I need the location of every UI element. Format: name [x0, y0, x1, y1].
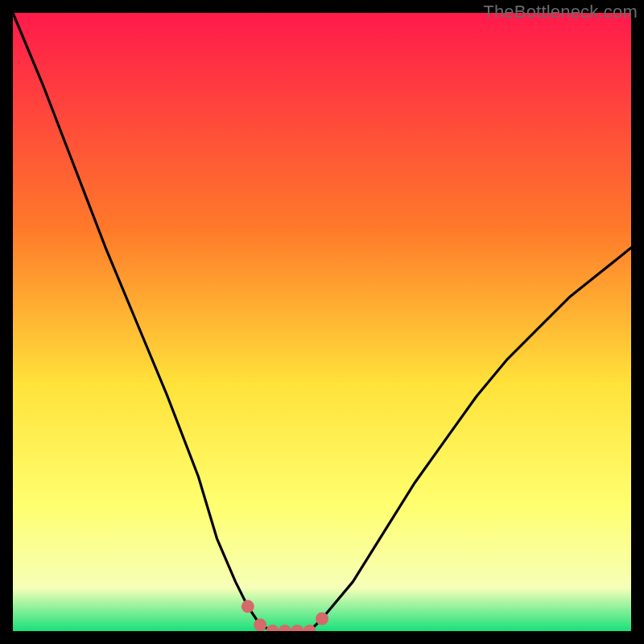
watermark-text: TheBottleneck.com [483, 2, 638, 23]
chart-svg [13, 13, 631, 631]
optimal-dot [242, 600, 254, 613]
optimal-dot [316, 613, 328, 625]
chart-frame: TheBottleneck.com [0, 0, 644, 644]
optimal-dot [254, 618, 266, 631]
gradient-background [13, 13, 631, 631]
chart-plot-area [13, 13, 631, 631]
